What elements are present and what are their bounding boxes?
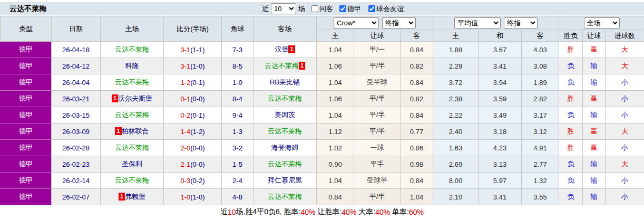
away-team-cell[interactable]: 汉堡1 (253, 42, 317, 58)
odds-away-cell: 0.82 (401, 58, 433, 74)
checkbox-same-away[interactable]: 同客 (311, 4, 333, 14)
avg-home-cell: 2.10 (433, 189, 479, 205)
odds-handicap-cell: 平/半 (354, 58, 401, 74)
table-row: 德甲26-02-14云达不莱梅0-3(0-2)2-4拜仁慕尼黑1.04受球半0.… (1, 173, 644, 189)
team-name: 汉堡 (275, 45, 288, 53)
league-type-cell: 德甲 (1, 140, 52, 156)
goals-result-cell: 大 (606, 156, 644, 173)
winloss-result-cell: 负 (559, 107, 583, 123)
col-header-avg-home: 主 (433, 30, 479, 42)
avg-home-cell: 2.38 (433, 91, 479, 107)
home-team-cell[interactable]: 圣保利 (101, 156, 164, 173)
home-team-cell[interactable]: 1沃尔夫斯堡 (101, 91, 164, 107)
league-type-cell: 德甲 (1, 58, 52, 74)
goals-result-cell: 大 (606, 42, 644, 58)
goals-result-cell: 大 (606, 58, 644, 74)
avg-draw-cell: 3.59 (479, 91, 522, 107)
handicap-result-cell: 输 (583, 189, 606, 205)
stats-summary: 近10场,胜4平0负6, 胜率:40% 让胜率:40% 大率:40% 单率:60… (0, 205, 644, 219)
games-label: 场 (298, 4, 305, 14)
corner-cell: 3-2 (222, 140, 253, 156)
away-team-cell[interactable]: 云达不莱梅 (253, 91, 317, 107)
league-type-cell: 德甲 (1, 173, 52, 189)
half-time-score: (0-0) (190, 95, 204, 103)
winloss-result-cell: 胜 (559, 123, 583, 140)
team-name: 拜仁慕尼黑 (268, 176, 302, 184)
away-team-cell[interactable]: 云达不莱梅1 (253, 58, 317, 74)
home-team-cell[interactable]: 1柏林联合 (101, 123, 164, 140)
games-count-select[interactable]: 10 (271, 3, 296, 14)
page-title: 云达不莱梅 (0, 4, 46, 14)
odds-away-cell: 0.98 (401, 156, 433, 173)
away-team-cell[interactable]: 美因茨 (253, 107, 317, 123)
avg-home-cell: 1.63 (433, 140, 479, 156)
odds-handicap-cell: 一球 (354, 140, 401, 156)
handicap-result-cell: 输 (583, 107, 606, 123)
team-name: 美因茨 (275, 111, 295, 119)
home-team-cell[interactable]: 科隆 (101, 58, 164, 74)
team-name: 圣保利 (122, 160, 142, 168)
checkbox-bundesliga[interactable]: 德甲 (339, 4, 361, 14)
home-team-cell[interactable]: 云达不莱梅 (101, 74, 164, 91)
summary-label: 单率: (390, 207, 409, 217)
odds-home-cell: 0.90 (317, 156, 354, 173)
avg-draw-cell: 3.41 (479, 58, 522, 74)
avg-away-cell: 3.55 (522, 189, 559, 205)
table-group-header-row: 类型 日期 主场 比分(半场) 角球 客场 Crow* 终指 平均值 (1, 16, 644, 30)
match-stats-panel: 云达不莱梅 近 10 场 同客 德甲 球会友谊 (0, 0, 644, 219)
league-type-cell: 德甲 (1, 156, 52, 173)
checkbox-club-friendly[interactable]: 球会友谊 (368, 4, 404, 14)
avg-away-cell: 4.91 (522, 140, 559, 156)
away-team-cell[interactable]: 云达不莱梅 (253, 156, 317, 173)
rank-badge: 1 (299, 62, 305, 70)
odds-stage-select[interactable]: 终指 (382, 17, 416, 28)
euro-avg-select[interactable]: 平均值 (454, 17, 501, 28)
odds-company-select[interactable]: Crow* (334, 17, 379, 28)
summary-value: 10 (228, 208, 236, 216)
half-time-score: (0-0) (190, 144, 204, 152)
team-name: 云达不莱梅 (115, 144, 149, 151)
winloss-result-cell: 负 (559, 58, 583, 74)
avg-home-cell: 8.00 (433, 173, 479, 189)
goals-result-cell: 大 (606, 123, 644, 140)
away-team-cell[interactable]: RB莱比锡 (253, 74, 317, 91)
away-team-cell[interactable]: 拜仁慕尼黑 (253, 173, 317, 189)
same-away-checkbox[interactable] (311, 5, 318, 12)
corner-cell: 8-4 (222, 91, 253, 107)
away-team-cell[interactable]: 海登海姆 (253, 140, 317, 156)
home-team-cell[interactable]: 云达不莱梅 (101, 173, 164, 189)
handicap-result-cell: 输 (583, 58, 606, 74)
avg-draw-cell: 3.18 (479, 123, 522, 140)
col-header-type: 类型 (1, 16, 52, 42)
league-type-cell: 德甲 (1, 189, 52, 205)
euro-stage-select[interactable]: 终指 (504, 17, 538, 28)
home-team-cell[interactable]: 云达不莱梅 (101, 107, 164, 123)
winloss-result-cell: 负 (559, 189, 583, 205)
odds-handicap-cell: 受半球 (354, 74, 401, 91)
half-time-score: (1-2) (190, 128, 204, 136)
bundesliga-checkbox[interactable] (339, 5, 346, 12)
avg-away-cell: 3.17 (522, 107, 559, 123)
away-team-cell[interactable]: 云达不莱梅 (253, 123, 317, 140)
goals-result-cell: 小 (606, 189, 644, 205)
score-cell: 3-1(1-0) (164, 58, 222, 74)
odds-home-cell: 1.12 (317, 123, 354, 140)
full-time-score: 0-2 (180, 111, 190, 119)
avg-away-cell: 3.12 (522, 123, 559, 140)
match-date-cell: 26-04-04 (52, 74, 101, 91)
avg-away-cell: 1.89 (522, 74, 559, 91)
same-away-label: 同客 (319, 4, 333, 14)
odds-home-cell: 1.04 (317, 42, 354, 58)
result-scope-select[interactable]: 全场 (584, 17, 620, 28)
club-friendly-checkbox[interactable] (368, 5, 375, 12)
away-team-cell[interactable]: 云达不莱梅 (253, 189, 317, 205)
home-team-cell[interactable]: 云达不莱梅 (101, 140, 164, 156)
score-cell: 2-1(0-0) (164, 156, 222, 173)
home-team-cell[interactable]: 1弗赖堡 (101, 189, 164, 205)
rank-badge: 1 (119, 193, 125, 201)
home-team-cell[interactable]: 云达不莱梅 (101, 42, 164, 58)
odds-company-group: Crow* 终指 (317, 16, 433, 30)
table-row: 德甲26-03-091柏林联合1-4(1-2)1-3云达不莱梅1.12平/半0.… (1, 123, 644, 140)
team-name: 云达不莱梅 (268, 160, 302, 168)
odds-away-cell: 0.84 (401, 42, 433, 58)
